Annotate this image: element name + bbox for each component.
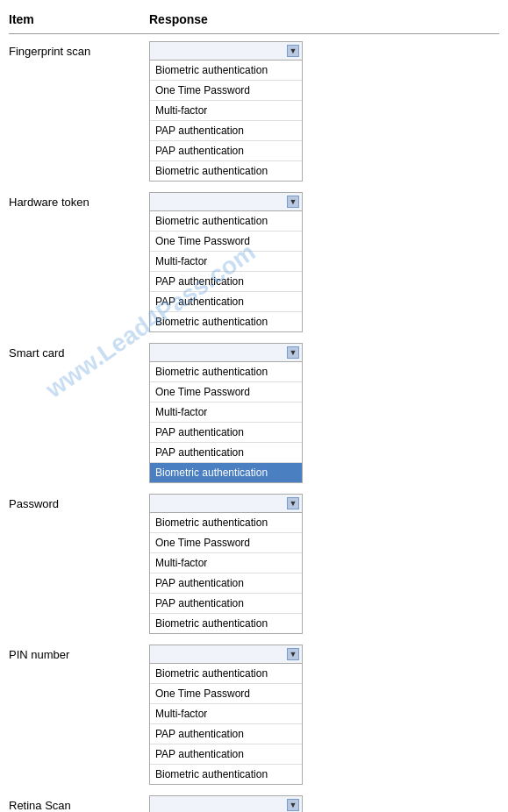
- option-item-fingerprint-scan-3[interactable]: PAP authentication: [150, 121, 302, 141]
- main-table: Item Response Fingerprint scan▼Biometric…: [0, 0, 508, 812]
- option-item-password-3[interactable]: PAP authentication: [150, 573, 302, 594]
- rows-container: Fingerprint scan▼Biometric authenticatio…: [9, 41, 499, 812]
- option-list-smart-card: Biometric authenticationOne Time Passwor…: [149, 362, 303, 483]
- label-smart-card: Smart card: [9, 343, 149, 360]
- option-item-hardware-token-0[interactable]: Biometric authentication: [150, 211, 302, 231]
- dropdown-container-fingerprint-scan: ▼Biometric authenticationOne Time Passwo…: [149, 41, 303, 182]
- dropdown-select-password[interactable]: [149, 494, 303, 513]
- option-item-pin-number-5[interactable]: Biometric authentication: [150, 765, 302, 784]
- dropdown-wrapper-hardware-token[interactable]: ▼: [149, 192, 303, 211]
- table-header: Item Response: [9, 9, 499, 34]
- dropdown-select-fingerprint-scan[interactable]: [149, 41, 303, 61]
- option-item-smart-card-2[interactable]: Multi-factor: [150, 402, 302, 423]
- dropdown-wrapper-password[interactable]: ▼: [149, 494, 303, 513]
- label-pin-number: PIN number: [9, 645, 149, 661]
- dropdown-select-retina-scan[interactable]: [149, 795, 303, 812]
- option-list-hardware-token: Biometric authenticationOne Time Passwor…: [149, 211, 303, 332]
- label-hardware-token: Hardware token: [9, 192, 149, 209]
- row-hardware-token: Hardware token▼Biometric authenticationO…: [9, 192, 499, 332]
- option-item-pin-number-0[interactable]: Biometric authentication: [150, 664, 302, 684]
- dropdown-wrapper-pin-number[interactable]: ▼: [149, 645, 303, 664]
- option-item-smart-card-4[interactable]: PAP authentication: [150, 443, 302, 463]
- row-smart-card: Smart card▼Biometric authenticationOne T…: [9, 343, 499, 483]
- option-list-pin-number: Biometric authenticationOne Time Passwor…: [149, 664, 303, 785]
- dropdown-container-smart-card: ▼Biometric authenticationOne Time Passwo…: [149, 343, 303, 483]
- dropdown-container-password: ▼Biometric authenticationOne Time Passwo…: [149, 494, 303, 634]
- label-retina-scan: Retina Scan: [9, 795, 149, 812]
- option-item-password-2[interactable]: Multi-factor: [150, 553, 302, 573]
- option-item-password-0[interactable]: Biometric authentication: [150, 513, 302, 533]
- option-item-pin-number-3[interactable]: PAP authentication: [150, 724, 302, 744]
- option-item-pin-number-1[interactable]: One Time Password: [150, 684, 302, 704]
- option-item-password-4[interactable]: PAP authentication: [150, 594, 302, 614]
- option-item-hardware-token-1[interactable]: One Time Password: [150, 231, 302, 252]
- row-fingerprint-scan: Fingerprint scan▼Biometric authenticatio…: [9, 41, 499, 182]
- dropdown-container-hardware-token: ▼Biometric authenticationOne Time Passwo…: [149, 192, 303, 332]
- dropdown-wrapper-fingerprint-scan[interactable]: ▼: [149, 41, 303, 61]
- option-item-fingerprint-scan-5[interactable]: Biometric authentication: [150, 161, 302, 181]
- option-item-fingerprint-scan-2[interactable]: Multi-factor: [150, 101, 302, 121]
- dropdown-select-pin-number[interactable]: [149, 645, 303, 664]
- option-item-password-1[interactable]: One Time Password: [150, 533, 302, 553]
- option-item-smart-card-1[interactable]: One Time Password: [150, 382, 302, 402]
- label-password: Password: [9, 494, 149, 510]
- option-list-password: Biometric authenticationOne Time Passwor…: [149, 513, 303, 634]
- option-item-hardware-token-2[interactable]: Multi-factor: [150, 252, 302, 272]
- dropdown-select-hardware-token[interactable]: [149, 192, 303, 211]
- label-fingerprint-scan: Fingerprint scan: [9, 41, 149, 58]
- row-pin-number: PIN number▼Biometric authenticationOne T…: [9, 645, 499, 785]
- option-item-pin-number-4[interactable]: PAP authentication: [150, 744, 302, 765]
- dropdown-container-retina-scan: ▼Biometric authenticationOne Time Passwo…: [149, 795, 303, 812]
- dropdown-wrapper-smart-card[interactable]: ▼: [149, 343, 303, 362]
- option-item-password-5[interactable]: Biometric authentication: [150, 614, 302, 633]
- dropdown-wrapper-retina-scan[interactable]: ▼: [149, 795, 303, 812]
- option-item-smart-card-3[interactable]: PAP authentication: [150, 423, 302, 443]
- option-item-fingerprint-scan-0[interactable]: Biometric authentication: [150, 61, 302, 81]
- option-item-hardware-token-5[interactable]: Biometric authentication: [150, 312, 302, 331]
- row-retina-scan: Retina Scan▼Biometric authenticationOne …: [9, 795, 499, 812]
- option-item-pin-number-2[interactable]: Multi-factor: [150, 704, 302, 724]
- dropdown-container-pin-number: ▼Biometric authenticationOne Time Passwo…: [149, 645, 303, 785]
- option-item-hardware-token-4[interactable]: PAP authentication: [150, 292, 302, 312]
- option-item-hardware-token-3[interactable]: PAP authentication: [150, 272, 302, 292]
- option-item-fingerprint-scan-4[interactable]: PAP authentication: [150, 141, 302, 161]
- option-item-fingerprint-scan-1[interactable]: One Time Password: [150, 81, 302, 101]
- header-item: Item: [9, 12, 149, 26]
- header-response: Response: [149, 12, 208, 26]
- row-password: Password▼Biometric authenticationOne Tim…: [9, 494, 499, 634]
- option-item-smart-card-5[interactable]: Biometric authentication: [150, 463, 302, 482]
- option-item-smart-card-0[interactable]: Biometric authentication: [150, 362, 302, 382]
- dropdown-select-smart-card[interactable]: [149, 343, 303, 362]
- option-list-fingerprint-scan: Biometric authenticationOne Time Passwor…: [149, 61, 303, 182]
